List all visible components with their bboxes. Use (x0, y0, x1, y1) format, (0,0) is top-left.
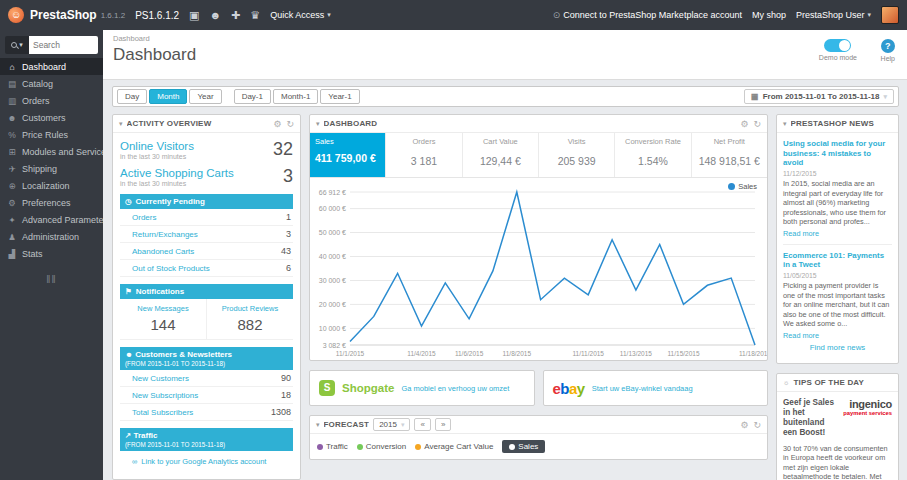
traffic-title: Traffic (134, 431, 158, 440)
user-menu[interactable]: PrestaShop User ▾ (796, 10, 871, 20)
date-range-picker[interactable]: ▦ From 2015-11-01 To 2015-11-18 ▾ (744, 89, 894, 104)
ebay-promo-link[interactable]: Start uw eBay-winkel vandaag (592, 384, 693, 393)
sidebar-item-shipping[interactable]: ✈Shipping (0, 160, 103, 177)
news-article-date: 11/05/2015 (783, 272, 892, 279)
google-analytics-link[interactable]: ∞ Link to your Google Analytics account (120, 451, 293, 472)
marketplace-connect-link[interactable]: ⊙ Connect to PrestaShop Marketplace acco… (553, 10, 742, 20)
panel-caret-icon[interactable]: ▾ (316, 120, 320, 128)
svg-text:66 912 €: 66 912 € (319, 189, 346, 196)
range-day-button[interactable]: Day (117, 89, 147, 104)
user-avatar[interactable] (881, 6, 899, 24)
new-messages-cell[interactable]: New Messages 144 (120, 299, 206, 339)
trophy-icon[interactable]: ♛ (250, 9, 260, 22)
sidebar-item-price-rules[interactable]: %Price Rules (0, 126, 103, 143)
sidebar-item-orders[interactable]: ▥Orders (0, 92, 103, 109)
gear-icon[interactable]: ⚙ (740, 119, 748, 129)
forecast-legend-traffic[interactable]: Traffic (317, 442, 348, 451)
sidebar-item-catalog[interactable]: ▤Catalog (0, 75, 103, 92)
range-month-1-button[interactable]: Month-1 (273, 89, 318, 104)
topbar: ☺ PrestaShop 1.6.1.2 PS1.6.1.2 ▣ ☻ ✚ ♛ Q… (0, 0, 907, 30)
pending-returns-link[interactable]: Return/Exchanges (132, 230, 198, 239)
new-customers-link[interactable]: New Customers (132, 374, 189, 383)
online-visitors-link[interactable]: Online Visitors (120, 140, 194, 152)
find-more-news-link[interactable]: Find more news (783, 340, 892, 357)
customers-row-subscriptions: New Subscriptions18 (120, 387, 293, 404)
refresh-icon[interactable]: ↻ (753, 119, 761, 129)
forecast-legend-label: Average Cart Value (424, 442, 493, 451)
shopgate-promo-link[interactable]: Ga mobiel en verhoog uw omzet (401, 384, 509, 393)
total-subscribers-link[interactable]: Total Subscribers (132, 408, 193, 417)
refresh-icon[interactable]: ↻ (286, 119, 294, 129)
refresh-icon[interactable]: ↻ (753, 420, 761, 430)
kpi-conversion-rate[interactable]: Conversion Rate 1.54% (615, 133, 691, 177)
svg-text:60 000 €: 60 000 € (319, 205, 346, 212)
active-carts-stat: 3 Active Shopping Carts in the last 30 m… (120, 167, 293, 187)
forecast-legend-average-cart-value[interactable]: Average Cart Value (415, 442, 493, 451)
news-article: Ecommerce 101: Payments in a Tweet 11/05… (783, 251, 892, 340)
sidebar-item-stats[interactable]: ▟Stats (0, 245, 103, 262)
news-article-title-link[interactable]: Using social media for your business: 4 … (783, 139, 892, 168)
pending-orders-link[interactable]: Orders (132, 213, 156, 222)
panel-caret-icon[interactable]: ▾ (316, 421, 320, 429)
sidebar-item-label: Price Rules (22, 130, 68, 140)
sidebar-collapse-icon[interactable]: ‖‖ (0, 274, 103, 285)
prestashop-logo[interactable]: ☺ (8, 7, 24, 23)
shop-cart-icon[interactable]: ▣ (189, 9, 199, 22)
shopgate-logo-icon: S (319, 380, 335, 396)
panel-caret-icon[interactable]: ▾ (119, 120, 123, 128)
divider (783, 244, 892, 245)
kpi-cart-value-label: Cart Value (468, 137, 533, 146)
range-year-button[interactable]: Year (189, 89, 221, 104)
out-of-stock-link[interactable]: Out of Stock Products (132, 264, 210, 273)
kpi-sales[interactable]: Sales 411 759,00 € (310, 133, 386, 177)
orders-icon: ▥ (7, 96, 17, 106)
kpi-visits[interactable]: Visits 205 939 (539, 133, 615, 177)
help-icon[interactable]: ? (881, 39, 895, 53)
sidebar-item-advanced-parameters[interactable]: ✦Advanced Parameters (0, 211, 103, 228)
product-reviews-cell[interactable]: Product Reviews 882 (206, 299, 293, 339)
news-article-title-link[interactable]: Ecommerce 101: Payments in a Tweet (783, 251, 892, 270)
sidebar-item-dashboard[interactable]: ⌂Dashboard (0, 58, 103, 75)
sidebar-item-customers[interactable]: ☻Customers (0, 109, 103, 126)
forecast-legend-sales[interactable]: Sales (502, 440, 545, 453)
chart-legend[interactable]: Sales (728, 182, 757, 191)
customers-row-new: New Customers90 (120, 370, 293, 387)
read-more-link[interactable]: Read more (783, 331, 819, 340)
gear-icon[interactable]: ⚙ (740, 420, 748, 430)
demo-mode-toggle[interactable] (824, 39, 851, 52)
forecast-next-button[interactable]: » (435, 418, 451, 431)
range-month-button[interactable]: Month (149, 89, 187, 104)
quick-access-menu[interactable]: Quick Access ▾ (270, 10, 331, 20)
active-carts-link[interactable]: Active Shopping Carts (120, 167, 234, 179)
search-scope-button[interactable]: ▾ (5, 36, 29, 54)
stats-icon: ▟ (7, 249, 17, 259)
range-year-1-button[interactable]: Year-1 (320, 89, 359, 104)
abandoned-carts-link[interactable]: Abandoned Carts (132, 247, 194, 256)
kpi-cart-value[interactable]: Cart Value 129,44 € (463, 133, 539, 177)
sidebar-item-label: Orders (22, 96, 50, 106)
kpi-orders[interactable]: Orders 3 181 (386, 133, 462, 177)
kpi-net-profit[interactable]: Net Profit 148 918,51 € (692, 133, 767, 177)
pending-returns-value: 3 (286, 229, 291, 239)
new-subscriptions-link[interactable]: New Subscriptions (132, 391, 198, 400)
date-range-label: From 2015-11-01 To 2015-11-18 (763, 92, 880, 101)
gear-icon[interactable]: ⚙ (273, 119, 281, 129)
panel-caret-icon[interactable]: ▾ (783, 120, 787, 128)
sidebar-item-preferences[interactable]: ⚙Preferences (0, 194, 103, 211)
sidebar-item-modules[interactable]: ⊞Modules and Services (0, 143, 103, 160)
forecast-prev-button[interactable]: « (414, 418, 430, 431)
forecast-year-select[interactable]: 2015 ▾ (373, 418, 410, 431)
add-icon[interactable]: ✚ (231, 9, 240, 22)
date-range-toolbar: Day Month Year Day-1 Month-1 Year-1 ▦ Fr… (112, 86, 899, 107)
search-input[interactable] (29, 36, 98, 54)
forecast-legend-conversion[interactable]: Conversion (357, 442, 406, 451)
read-more-link[interactable]: Read more (783, 229, 819, 238)
sidebar-item-localization[interactable]: ⊕Localization (0, 177, 103, 194)
kpi-orders-label: Orders (391, 137, 456, 146)
pending-orders-value: 1 (286, 212, 291, 222)
employee-icon[interactable]: ☻ (209, 9, 221, 21)
my-shop-link[interactable]: My shop (752, 10, 786, 20)
shop-version[interactable]: PS1.6.1.2 (135, 10, 179, 21)
sidebar-item-administration[interactable]: ♟Administration (0, 228, 103, 245)
range-day-1-button[interactable]: Day-1 (234, 89, 271, 104)
